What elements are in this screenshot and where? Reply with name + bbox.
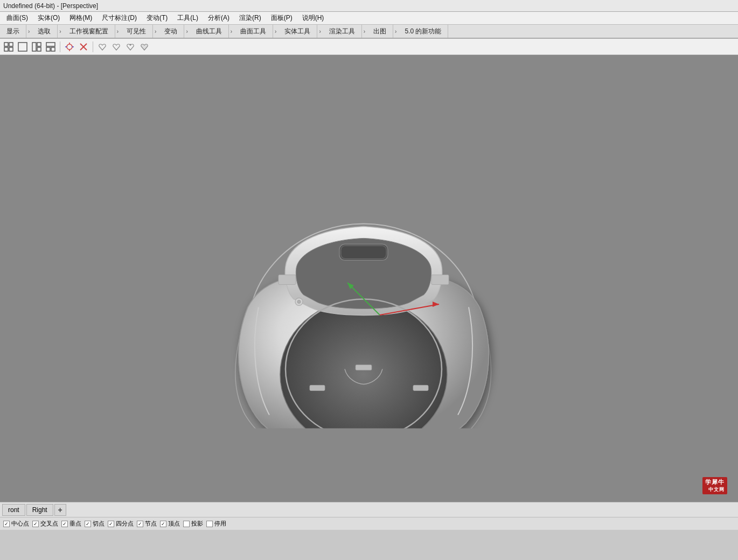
svg-rect-7 <box>37 47 41 51</box>
menu-help[interactable]: 说明(H) <box>298 12 329 24</box>
tab-arrow-0: › <box>26 25 31 38</box>
menu-solid[interactable]: 实体(O) <box>33 12 64 24</box>
snap-vertex-label: 顶点 <box>168 520 180 528</box>
tab-right[interactable]: Right <box>26 504 53 516</box>
tab-new-features[interactable]: 5.0 的新功能 <box>398 25 448 38</box>
snap-tangent-label: 切点 <box>93 520 105 528</box>
tb-icon-x[interactable] <box>77 40 90 53</box>
snap-center-checkbox[interactable] <box>3 521 10 527</box>
tab-arrow-9: › <box>393 25 398 38</box>
svg-rect-30 <box>413 385 428 390</box>
tab-output[interactable]: 出图 <box>367 25 393 38</box>
tab-arrow-7: › <box>317 25 322 38</box>
tab-select[interactable]: 选取 <box>31 25 58 38</box>
tab-arrow-8: › <box>362 25 367 38</box>
snap-project-label: 投影 <box>191 520 203 528</box>
tab-display[interactable]: 显示 <box>0 25 26 38</box>
svg-rect-0 <box>4 43 8 46</box>
snap-perpendicular-label: 垂点 <box>69 520 81 528</box>
svg-line-34 <box>380 304 439 315</box>
menu-analysis[interactable]: 分析(A) <box>204 12 234 24</box>
title-bar: Undefined (64-bit) - [Perspective] <box>0 0 738 12</box>
coordinate-axes <box>337 272 444 337</box>
svg-line-32 <box>347 283 380 315</box>
tab-visibility[interactable]: 可见性 <box>120 25 153 38</box>
snap-disable-checkbox[interactable] <box>206 521 213 527</box>
menu-mesh[interactable]: 网格(M) <box>65 12 96 24</box>
snap-vertex[interactable]: 顶点 <box>160 520 180 528</box>
model-canvas: 学犀牛 中文网 <box>0 55 738 502</box>
snap-quadrant[interactable]: 四分点 <box>108 520 134 528</box>
toolbar-separator-2 <box>93 41 93 52</box>
svg-rect-2 <box>4 47 8 51</box>
snap-project-checkbox[interactable] <box>183 521 190 527</box>
menu-surface[interactable]: 曲面(S) <box>2 12 32 24</box>
svg-rect-10 <box>51 47 55 51</box>
tab-curve-tools[interactable]: 曲线工具 <box>190 25 229 38</box>
viewport[interactable]: 学犀牛 中文网 <box>0 55 738 502</box>
svg-rect-5 <box>32 43 36 51</box>
tb-icon-point3[interactable] <box>124 40 137 53</box>
menu-render[interactable]: 渲染(R) <box>235 12 266 24</box>
tab-arrow-6: › <box>273 25 278 38</box>
snap-disable[interactable]: 停用 <box>206 520 226 528</box>
snap-perpendicular[interactable]: 垂点 <box>61 520 81 528</box>
snap-perpendicular-checkbox[interactable] <box>61 521 68 527</box>
watermark: 学犀牛 中文网 <box>702 477 727 494</box>
tab-add-button[interactable]: + <box>54 504 66 516</box>
snap-knot-label: 节点 <box>145 520 157 528</box>
tab-workspace[interactable]: 工作视窗配置 <box>63 25 115 38</box>
snap-intersection-label: 交叉点 <box>40 520 58 528</box>
menu-dimension[interactable]: 尺寸标注(D) <box>98 12 141 24</box>
menu-transform[interactable]: 变动(T) <box>142 12 172 24</box>
tab-arrow-1: › <box>58 25 62 38</box>
tab-arrow-2: › <box>115 25 120 38</box>
menu-panel[interactable]: 面板(P) <box>267 12 297 24</box>
tab-arrow-5: › <box>229 25 234 38</box>
svg-rect-8 <box>46 43 55 46</box>
tb-icon-point1[interactable] <box>96 40 109 53</box>
snap-disable-label: 停用 <box>214 520 226 528</box>
tab-surface-tools[interactable]: 曲面工具 <box>234 25 273 38</box>
svg-rect-6 <box>37 43 41 46</box>
svg-rect-23 <box>341 246 386 258</box>
snap-center-label: 中心点 <box>11 520 29 528</box>
svg-rect-9 <box>46 47 50 51</box>
tb-icon-3[interactable] <box>30 40 43 53</box>
menu-bar: 曲面(S) 实体(O) 网格(M) 尺寸标注(D) 变动(T) 工具(L) 分析… <box>0 12 738 25</box>
menu-tools[interactable]: 工具(L) <box>173 12 203 24</box>
svg-rect-4 <box>18 43 27 51</box>
snap-tangent-checkbox[interactable] <box>85 521 91 527</box>
tb-icon-gumball[interactable] <box>63 40 76 53</box>
tb-icon-4[interactable] <box>44 40 57 53</box>
svg-rect-24 <box>279 275 296 284</box>
svg-rect-3 <box>9 47 13 51</box>
svg-marker-35 <box>433 302 439 307</box>
snap-project[interactable]: 投影 <box>183 520 203 528</box>
tab-solid-tools[interactable]: 实体工具 <box>278 25 317 38</box>
snap-quadrant-label: 四分点 <box>116 520 134 528</box>
title-text: Undefined (64-bit) - [Perspective] <box>3 2 98 10</box>
snap-knot-checkbox[interactable] <box>137 521 143 527</box>
snap-intersection[interactable]: 交叉点 <box>32 520 58 528</box>
svg-rect-29 <box>310 385 325 390</box>
snap-tangent[interactable]: 切点 <box>85 520 105 528</box>
snap-quadrant-checkbox[interactable] <box>108 521 114 527</box>
tb-icon-point2[interactable] <box>110 40 123 53</box>
tab-arrow-3: › <box>153 25 158 38</box>
snap-bar: 中心点 交叉点 垂点 切点 四分点 节点 顶点 投影 停用 <box>0 517 738 530</box>
tab-render-tools[interactable]: 渲染工具 <box>323 25 362 38</box>
snap-vertex-checkbox[interactable] <box>160 521 166 527</box>
snap-center[interactable]: 中心点 <box>3 520 29 528</box>
snap-intersection-checkbox[interactable] <box>32 521 39 527</box>
tb-icon-1[interactable] <box>2 40 15 53</box>
snap-knot[interactable]: 节点 <box>137 520 157 528</box>
tab-transform[interactable]: 变动 <box>158 25 184 38</box>
tb-icon-point4[interactable] <box>138 40 151 53</box>
tab-front[interactable]: ront <box>2 504 25 516</box>
svg-rect-1 <box>9 43 13 46</box>
svg-point-11 <box>67 44 72 50</box>
tb-icon-2[interactable] <box>16 40 29 53</box>
toolbar2 <box>0 39 738 55</box>
tab-bar: 显示 › 选取 › 工作视窗配置 › 可见性 › 变动 › 曲线工具 › 曲面工… <box>0 25 738 39</box>
